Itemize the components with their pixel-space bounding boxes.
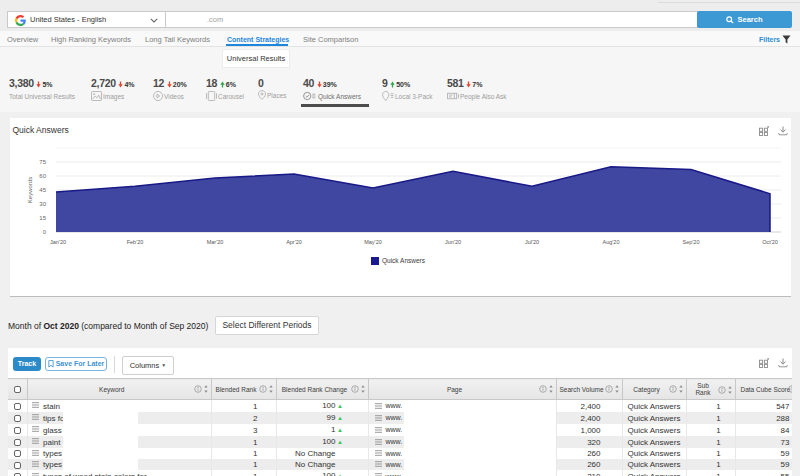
svg-text:15: 15 [39,215,46,221]
svg-text:Jul'20: Jul'20 [525,239,539,245]
svg-text:Feb'20: Feb'20 [127,239,144,245]
svg-text:Keywords: Keywords [27,177,33,203]
svg-text:Jan'20: Jan'20 [50,239,66,245]
svg-text:Sep'20: Sep'20 [683,239,700,245]
svg-text:Jun'20: Jun'20 [445,239,461,245]
svg-text:May'20: May'20 [364,239,382,245]
svg-text:75: 75 [39,159,46,165]
svg-text:Oct'20: Oct'20 [762,239,778,245]
svg-text:45: 45 [39,187,46,193]
svg-text:Mar'20: Mar'20 [207,239,224,245]
svg-text:Apr'20: Apr'20 [286,239,302,245]
svg-text:Aug'20: Aug'20 [603,239,620,245]
svg-text:60: 60 [39,173,46,179]
svg-text:0: 0 [43,229,47,235]
svg-text:30: 30 [39,201,46,207]
